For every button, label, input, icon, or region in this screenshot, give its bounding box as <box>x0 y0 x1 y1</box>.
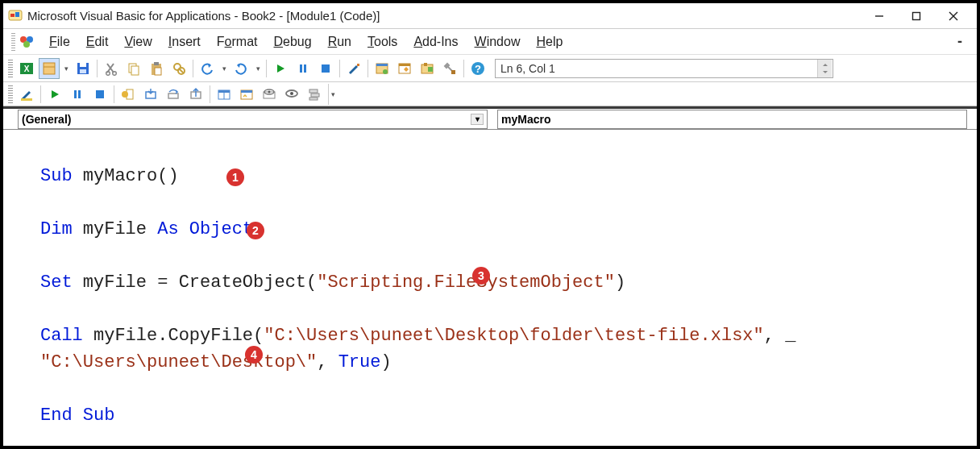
object-combobox-value: (General) <box>22 113 71 126</box>
watch-window-button[interactable] <box>259 84 280 105</box>
code-editor[interactable]: Sub myMacro() Dim myFile As Object Set m… <box>37 130 977 446</box>
svg-rect-20 <box>131 66 139 75</box>
view-excel-button[interactable]: X <box>16 58 37 79</box>
svg-rect-37 <box>424 63 427 66</box>
svg-rect-29 <box>322 64 330 73</box>
scrollbar-stub[interactable] <box>817 60 832 77</box>
menu-debug[interactable]: Debug <box>266 31 320 52</box>
menu-window[interactable]: Window <box>467 31 529 52</box>
copy-button[interactable] <box>123 58 144 79</box>
project-explorer-button[interactable] <box>372 58 392 79</box>
svg-rect-61 <box>309 89 318 93</box>
window-title: Microsoft Visual Basic for Applications … <box>27 9 380 23</box>
step-out-button[interactable] <box>185 84 206 105</box>
close-button[interactable] <box>935 4 972 28</box>
svg-rect-28 <box>304 64 306 73</box>
svg-point-60 <box>290 92 293 95</box>
maximize-button[interactable] <box>898 4 935 28</box>
paste-button[interactable] <box>146 58 167 79</box>
break-button[interactable] <box>293 58 314 79</box>
annotation-badge-3: 3 <box>472 267 490 285</box>
svg-rect-15 <box>80 63 86 67</box>
menu-insert[interactable]: Insert <box>160 31 209 52</box>
help-button[interactable]: ? <box>467 58 488 79</box>
locals-window-button[interactable] <box>214 84 235 105</box>
toolbox-button[interactable] <box>439 58 460 79</box>
step-into-button[interactable] <box>140 84 161 105</box>
object-browser-button[interactable] <box>417 58 438 79</box>
code-string: "C:\Users\puneet\Desktop\" <box>40 352 317 372</box>
svg-rect-30 <box>357 64 359 66</box>
run-button-2[interactable] <box>44 84 65 105</box>
svg-rect-22 <box>154 62 159 65</box>
code-keyword: As Object <box>157 219 253 239</box>
menu-view[interactable]: View <box>116 31 160 52</box>
annotation-badge-4: 4 <box>245 346 263 364</box>
quick-watch-button[interactable] <box>281 84 302 105</box>
code-string: "C:\Users\puneet\Desktop\folder\test-fil… <box>264 326 764 346</box>
immediate-window-button[interactable] <box>236 84 257 105</box>
svg-text:?: ? <box>475 63 481 75</box>
margin-indicator-bar[interactable] <box>3 130 37 446</box>
svg-text:X: X <box>24 64 30 73</box>
code-keyword: True <box>338 352 381 372</box>
find-button[interactable] <box>168 58 189 79</box>
menu-run[interactable]: Run <box>320 31 359 52</box>
code-text: , _ <box>764 326 796 346</box>
cut-button[interactable] <box>101 58 122 79</box>
standard-toolbar: X ▾ ▾ ▾ <box>3 55 977 82</box>
insert-dropdown[interactable]: ▾ <box>61 58 71 79</box>
code-pane[interactable]: Sub myMacro() Dim myFile As Object Set m… <box>3 129 977 446</box>
design-mode-button[interactable] <box>343 58 364 79</box>
procedure-combobox[interactable]: myMacro <box>497 110 967 129</box>
menu-addins[interactable]: Add-Ins <box>405 31 466 52</box>
svg-rect-2 <box>15 12 19 17</box>
object-combobox[interactable]: (General) ▾ <box>18 110 488 129</box>
app-icon <box>8 9 23 23</box>
svg-point-17 <box>106 71 110 75</box>
toolbar-overflow[interactable]: ▾ <box>328 84 338 105</box>
toggle-breakpoint-button[interactable] <box>118 84 139 105</box>
insert-module-button[interactable] <box>39 58 60 79</box>
menu-tools[interactable]: Tools <box>359 31 405 52</box>
svg-rect-16 <box>80 69 86 73</box>
code-text: myMacro() <box>83 166 179 186</box>
cursor-position-text: Ln 6, Col 1 <box>500 62 555 75</box>
break-button-2[interactable] <box>67 84 88 105</box>
design-mode-button-2[interactable] <box>16 84 37 105</box>
call-stack-button[interactable] <box>304 84 325 105</box>
code-text: myFile.CopyFile( <box>93 326 264 346</box>
vba-icon <box>19 33 36 51</box>
reset-button-2[interactable] <box>89 84 110 105</box>
menu-edit[interactable]: Edit <box>78 31 117 52</box>
grip-icon <box>8 85 13 103</box>
reset-button[interactable] <box>315 58 336 79</box>
svg-rect-27 <box>300 64 302 73</box>
menu-file[interactable]: File <box>41 31 78 52</box>
vba-editor-window: Microsoft Visual Basic for Applications … <box>3 3 977 446</box>
redo-button[interactable] <box>230 58 251 79</box>
menu-format[interactable]: Format <box>209 31 266 52</box>
step-over-button[interactable] <box>163 84 184 105</box>
svg-rect-35 <box>399 64 410 66</box>
svg-point-9 <box>23 41 30 48</box>
svg-rect-42 <box>21 98 32 101</box>
mdi-restore-button[interactable]: - <box>949 34 970 50</box>
undo-button[interactable] <box>197 58 218 79</box>
redo-dropdown[interactable]: ▾ <box>253 58 263 79</box>
minimize-button[interactable] <box>861 4 898 28</box>
properties-window-button[interactable] <box>394 58 415 79</box>
run-button[interactable] <box>270 58 291 79</box>
svg-rect-49 <box>168 94 178 98</box>
save-button[interactable] <box>73 58 93 79</box>
svg-rect-52 <box>218 90 230 93</box>
svg-point-58 <box>268 90 271 93</box>
svg-rect-63 <box>309 98 318 100</box>
menu-bar: File Edit View Insert Format Debug Run T… <box>3 29 977 55</box>
menu-help[interactable]: Help <box>528 31 571 52</box>
undo-dropdown[interactable]: ▾ <box>219 58 229 79</box>
code-text: , <box>317 352 338 372</box>
svg-point-33 <box>383 69 388 74</box>
grip-icon <box>11 33 15 51</box>
title-bar: Microsoft Visual Basic for Applications … <box>3 3 977 29</box>
